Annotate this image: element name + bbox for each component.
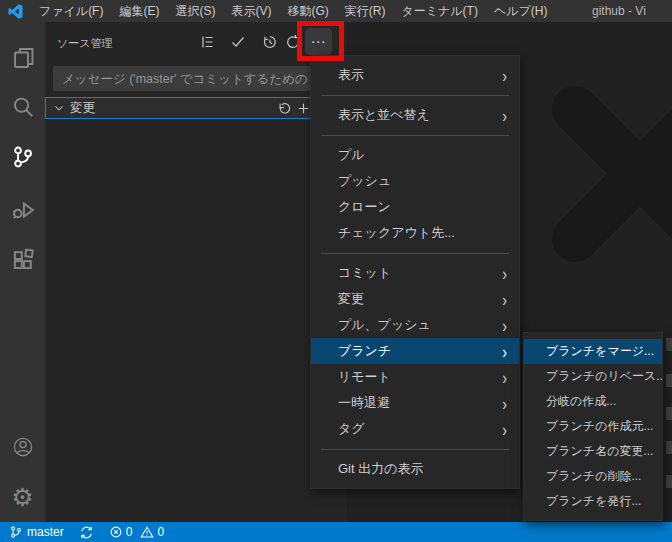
menu-item-label: リモート <box>338 368 391 386</box>
menubar-item[interactable]: ターミナル(T) <box>393 0 485 22</box>
source-control-sidebar: ソース管理 ⋯ 変更 <box>45 22 347 522</box>
branch-submenu: ブランチをマージ...ブランチのリベース...分岐の作成...ブランチの作成元.… <box>523 332 663 521</box>
warning-icon <box>140 525 154 539</box>
menu-item[interactable]: 一時退避› <box>311 390 519 416</box>
branch-indicator[interactable]: master <box>9 525 64 539</box>
settings-gear-icon[interactable]: ⚙ <box>0 474 45 520</box>
menu-item[interactable]: プッシュ <box>311 168 519 194</box>
submenu-arrow-icon: › <box>502 418 507 440</box>
menu-item[interactable]: クローン <box>311 194 519 220</box>
menu-item-label: ブランチの削除... <box>546 468 641 485</box>
submenu-arrow-icon: › <box>502 64 507 86</box>
submenu-arrow-icon: › <box>502 392 507 414</box>
menu-item[interactable]: ブランチをマージ... <box>524 339 662 364</box>
menu-item[interactable]: ブランチ名の変更... <box>524 439 662 464</box>
menu-item[interactable]: 変更› <box>311 286 519 312</box>
source-control-more-actions-menu: 表示›表示と並べ替え›プルプッシュクローンチェックアウト先...コミット›変更›… <box>310 55 520 489</box>
menubar-item[interactable]: 選択(S) <box>167 0 223 22</box>
menu-item-label: Git 出力の表示 <box>338 460 424 478</box>
submenu-arrow-icon: › <box>502 104 507 126</box>
menu-item[interactable]: コミット› <box>311 260 519 286</box>
run-debug-icon[interactable] <box>0 186 45 232</box>
menu-item[interactable]: ブランチを発行... <box>524 489 662 514</box>
menubar-item[interactable]: ヘルプ(H) <box>486 0 556 22</box>
source-control-icon[interactable] <box>0 134 45 180</box>
menu-item[interactable]: タグ› <box>311 416 519 442</box>
menubar-item[interactable]: 編集(E) <box>111 0 167 22</box>
sync-button[interactable] <box>79 525 94 540</box>
menu-item-label: 表示と並べ替え <box>338 106 430 124</box>
menu-item-label: 分岐の作成... <box>546 393 616 410</box>
discard-icon[interactable] <box>275 99 293 117</box>
menu-item[interactable]: 表示› <box>311 62 519 88</box>
changes-section-header[interactable]: 変更 <box>45 97 347 119</box>
more-actions-glyph: ⋯ <box>311 33 327 51</box>
menu-item[interactable]: チェックアウト先... <box>311 220 519 246</box>
menu-item-label: ブランチ <box>338 342 391 360</box>
clipped-watermark-text <box>666 338 672 351</box>
error-count: 0 <box>126 525 133 539</box>
sync-icon <box>79 525 94 540</box>
error-icon <box>109 525 123 539</box>
submenu-arrow-icon: › <box>502 366 507 388</box>
menu-item[interactable]: ブランチの作成元... <box>524 414 662 439</box>
list-tree-icon[interactable] <box>196 31 218 53</box>
refresh-icon[interactable] <box>282 31 304 53</box>
menu-item-label: チェックアウト先... <box>338 224 455 242</box>
menu-item-label: コミット <box>338 264 391 282</box>
menu-bar: ファイル(F)編集(E)選択(S)表示(V)移動(G)実行(R)ターミナル(T)… <box>31 0 555 22</box>
menubar-item[interactable]: ファイル(F) <box>31 0 111 22</box>
menu-item-label: ブランチの作成元... <box>546 418 653 435</box>
menu-item-label: ブランチ名の変更... <box>546 443 653 460</box>
menu-item-label: 変更 <box>338 290 364 308</box>
extensions-icon[interactable] <box>0 236 45 282</box>
menubar-item[interactable]: 表示(V) <box>223 0 279 22</box>
commit-check-icon[interactable] <box>227 31 249 53</box>
submenu-arrow-icon: › <box>502 288 507 310</box>
more-actions-icon[interactable]: ⋯ <box>305 28 332 55</box>
chevron-down-icon <box>52 101 66 115</box>
account-icon[interactable] <box>0 424 45 470</box>
clipped-watermark-text <box>666 407 672 420</box>
menubar-item[interactable]: 実行(R) <box>337 0 394 22</box>
menu-item-label: プル、プッシュ <box>338 316 431 334</box>
vscode-logo-icon <box>8 4 23 19</box>
changes-section-label: 変更 <box>70 100 95 117</box>
title-bar: ファイル(F)編集(E)選択(S)表示(V)移動(G)実行(R)ターミナル(T)… <box>0 0 672 22</box>
search-icon[interactable] <box>0 84 45 130</box>
menu-item[interactable]: プル、プッシュ› <box>311 312 519 338</box>
menu-item[interactable]: 表示と並べ替え› <box>311 102 519 128</box>
menu-item-label: 表示 <box>338 66 364 84</box>
explorer-icon[interactable] <box>0 34 45 80</box>
menubar-item[interactable]: 移動(G) <box>279 0 336 22</box>
menu-item[interactable]: ブランチ› <box>311 338 519 364</box>
clipped-watermark-text <box>666 374 672 387</box>
menu-item[interactable]: プル <box>311 142 519 168</box>
menu-item-label: クローン <box>338 198 391 216</box>
menu-item[interactable]: Git 出力の表示 <box>311 456 519 482</box>
commit-message-input[interactable] <box>53 66 338 91</box>
menu-item[interactable]: ブランチのリベース... <box>524 364 662 389</box>
problems-indicator[interactable]: 0 0 <box>109 525 164 539</box>
menu-item[interactable]: リモート› <box>311 364 519 390</box>
menu-item-label: タグ <box>338 420 365 438</box>
clipped-watermark-text <box>666 475 672 488</box>
status-bar: master 0 0 <box>0 522 672 542</box>
history-icon[interactable] <box>259 31 281 53</box>
menu-item-label: ブランチをマージ... <box>546 343 654 360</box>
menu-separator <box>321 95 509 96</box>
branch-name: master <box>27 525 64 539</box>
menu-separator <box>321 449 509 450</box>
activity-bar: ⚙ <box>0 22 45 522</box>
menu-item[interactable]: 分岐の作成... <box>524 389 662 414</box>
gear-glyph: ⚙ <box>11 485 33 510</box>
window-title: github - Vi <box>592 0 672 22</box>
git-branch-icon <box>9 525 23 539</box>
menu-item[interactable]: ブランチの削除... <box>524 464 662 489</box>
menu-item-label: ブランチを発行... <box>546 493 641 510</box>
sidebar-title: ソース管理 <box>57 36 113 51</box>
clipped-watermark-text <box>666 441 672 454</box>
warning-count: 0 <box>157 525 164 539</box>
vscode-window: ファイル(F)編集(E)選択(S)表示(V)移動(G)実行(R)ターミナル(T)… <box>0 0 672 542</box>
menu-separator <box>321 253 509 254</box>
